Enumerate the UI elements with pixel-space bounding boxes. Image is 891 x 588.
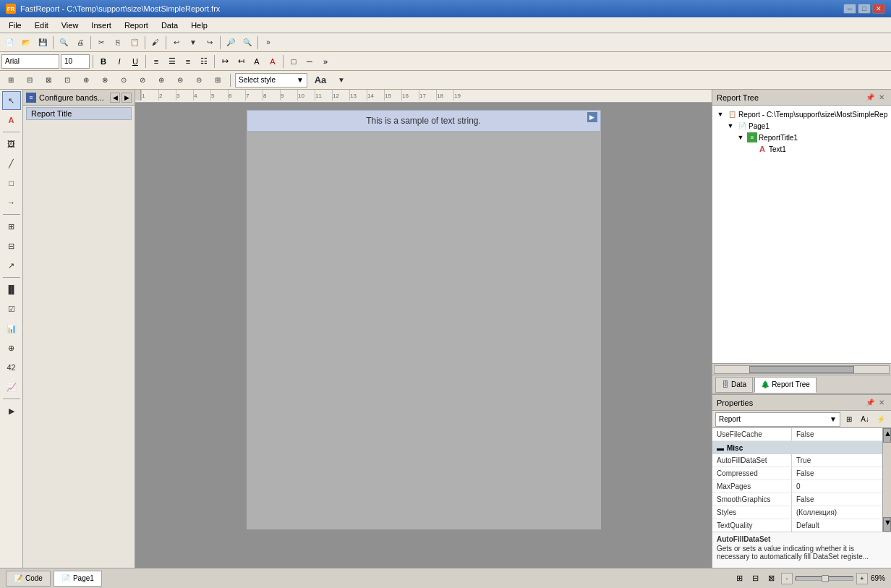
zoom-in-status-button[interactable]: + xyxy=(856,573,868,584)
band-next-button[interactable]: ▶ xyxy=(122,93,132,103)
border-button[interactable]: □ xyxy=(286,54,301,69)
text-tool-button[interactable]: A xyxy=(2,111,21,129)
redo-button[interactable]: ↪ xyxy=(202,35,218,51)
close-button[interactable]: ✕ xyxy=(872,4,885,14)
tree-scroll-track[interactable] xyxy=(714,365,890,374)
window-controls[interactable]: ─ □ ✕ xyxy=(843,4,885,14)
props-alpha-button[interactable]: A↓ xyxy=(858,413,872,426)
component-tb-btn8[interactable]: ⊘ xyxy=(135,72,150,88)
sparkline-tool-button[interactable]: 📈 xyxy=(2,378,21,396)
undo-dropdown-button[interactable]: ▼ xyxy=(185,35,201,51)
map-tool-button[interactable]: 42 xyxy=(2,358,21,377)
menu-report[interactable]: Report xyxy=(119,20,154,31)
prop-row-usefilecache[interactable]: UseFileCache False xyxy=(712,428,891,441)
table-tool-button[interactable]: ⊞ xyxy=(2,217,21,236)
tree-scrollbar-area[interactable] xyxy=(712,363,891,375)
align-left-button[interactable]: ≡ xyxy=(149,54,163,69)
style-more-button[interactable]: ▼ xyxy=(333,72,349,88)
band-arrow-button[interactable]: ▶ xyxy=(587,112,597,122)
menu-insert[interactable]: Insert xyxy=(85,20,117,31)
menu-help[interactable]: Help xyxy=(185,20,213,31)
barcode-tool-button[interactable]: ▐▌ xyxy=(2,280,21,299)
select-tool-button[interactable]: ↖ xyxy=(2,91,21,110)
font-size-input[interactable] xyxy=(61,54,90,69)
props-categorized-button[interactable]: ⊞ xyxy=(842,413,856,426)
prop-value-smoothgraphics[interactable]: False xyxy=(792,493,891,506)
print-button[interactable]: 🖨 xyxy=(72,35,88,51)
status-icon-3[interactable]: ⊠ xyxy=(765,572,778,585)
prop-value-textquality[interactable]: Default xyxy=(792,519,891,532)
component-tb-btn1[interactable]: ⊞ xyxy=(3,72,19,88)
paste-button[interactable]: 📋 xyxy=(127,35,142,51)
picture-tool-button[interactable]: 🖼 xyxy=(2,135,21,153)
expand-tool-button[interactable]: ▶ xyxy=(2,401,21,420)
component-tb-btn3[interactable]: ⊠ xyxy=(40,72,56,88)
props-pin-button[interactable]: 📌 xyxy=(865,398,875,408)
save-button[interactable]: 💾 xyxy=(35,35,51,51)
text-sample[interactable]: This is a sample of text string. xyxy=(366,116,481,126)
zoom-in-button[interactable]: 🔎 xyxy=(223,35,239,51)
print-preview-button[interactable]: 🔍 xyxy=(56,35,72,51)
open-button[interactable]: 📂 xyxy=(18,35,34,51)
status-tab-code[interactable]: 📝 Code xyxy=(6,571,51,587)
zoom-out-button[interactable]: 🔍 xyxy=(239,35,255,51)
tree-scroll-thumb[interactable] xyxy=(749,366,854,373)
tab-data[interactable]: 🗄 Data xyxy=(715,377,753,393)
font-name-input[interactable] xyxy=(1,54,59,69)
align-right-button[interactable]: ≡ xyxy=(181,54,195,69)
props-close-button[interactable]: ✕ xyxy=(877,398,887,408)
props-vertical-scrollbar[interactable]: ▲ ▼ xyxy=(882,428,891,532)
underline-button[interactable]: U xyxy=(128,54,142,69)
prop-row-compressed[interactable]: Compressed False xyxy=(712,467,891,480)
tree-node-reporttitle1[interactable]: ▼ ≡ ReportTitle1 xyxy=(715,132,888,143)
report-title-band-item[interactable]: Report Title xyxy=(26,107,132,120)
italic-button[interactable]: I xyxy=(112,54,127,69)
page-area[interactable]: This is a sample of text string. ▶ xyxy=(135,103,712,568)
format-painter-button[interactable]: 🖌 xyxy=(148,35,163,51)
fill-color-button[interactable]: A xyxy=(250,54,264,69)
report-title-band[interactable]: This is a sample of text string. ▶ xyxy=(247,110,601,132)
undo-button[interactable]: ↩ xyxy=(169,35,184,51)
prop-value-compressed[interactable]: False xyxy=(792,467,891,480)
component-tb-btn2[interactable]: ⊟ xyxy=(22,72,38,88)
checkbox-tool-button[interactable]: ☑ xyxy=(2,299,21,318)
align-center-button[interactable]: ☰ xyxy=(165,54,179,69)
prop-value-usefilecache[interactable]: False xyxy=(792,428,891,440)
props-section-misc-toggle[interactable]: ▬ xyxy=(717,444,724,452)
aa-button[interactable]: Aa xyxy=(310,72,331,88)
component-tb-btn6[interactable]: ⊗ xyxy=(97,72,113,88)
menu-data[interactable]: Data xyxy=(155,20,184,31)
arrow-tool-button[interactable]: → xyxy=(2,193,21,212)
component-tb-btn9[interactable]: ⊛ xyxy=(153,72,169,88)
tree-node-report[interactable]: ▼ 📋 Report - C:\Temp\support\size\MostSi… xyxy=(715,108,888,120)
zoom-slider-thumb[interactable] xyxy=(822,575,829,582)
font-color-button[interactable]: A xyxy=(265,54,280,69)
line-tool-button[interactable]: ╱ xyxy=(2,154,21,173)
shape-tool-button[interactable]: □ xyxy=(2,174,21,192)
tab-report-tree[interactable]: 🌲 Report Tree xyxy=(754,377,817,393)
more-button[interactable]: » xyxy=(260,35,276,51)
menu-view[interactable]: View xyxy=(56,20,85,31)
gauge-tool-button[interactable]: ⊕ xyxy=(2,338,21,357)
prop-row-textquality[interactable]: TextQuality Default xyxy=(712,519,891,532)
configure-bands-label[interactable]: Configure bands... xyxy=(39,93,104,102)
component-tb-btn10[interactable]: ⊜ xyxy=(172,72,188,88)
bold-button[interactable]: B xyxy=(96,54,111,69)
prop-row-maxpages[interactable]: MaxPages 0 xyxy=(712,480,891,493)
zoom-out-status-button[interactable]: - xyxy=(781,573,793,584)
tree-node-page1[interactable]: ▼ 📄 Page1 xyxy=(715,120,888,132)
component-tb-btn11[interactable]: ⊝ xyxy=(191,72,207,88)
cut-button[interactable]: ✂ xyxy=(93,35,109,51)
prop-value-styles[interactable]: (Коллекция) xyxy=(792,506,891,519)
tree-pin-button[interactable]: 📌 xyxy=(865,93,875,103)
indent-button[interactable]: ↦ xyxy=(218,54,232,69)
matrix-tool-button[interactable]: ⊟ xyxy=(2,237,21,255)
copy-button[interactable]: ⎘ xyxy=(110,35,126,51)
component-tb-btn4[interactable]: ⊡ xyxy=(59,72,75,88)
band-prev-button[interactable]: ◀ xyxy=(110,93,120,103)
style-dropdown[interactable]: Select style ▼ xyxy=(235,73,307,88)
menu-file[interactable]: File xyxy=(3,20,27,31)
minimize-button[interactable]: ─ xyxy=(843,4,856,14)
component-tb-btn12[interactable]: ⊞ xyxy=(210,72,226,88)
maximize-button[interactable]: □ xyxy=(858,4,871,14)
